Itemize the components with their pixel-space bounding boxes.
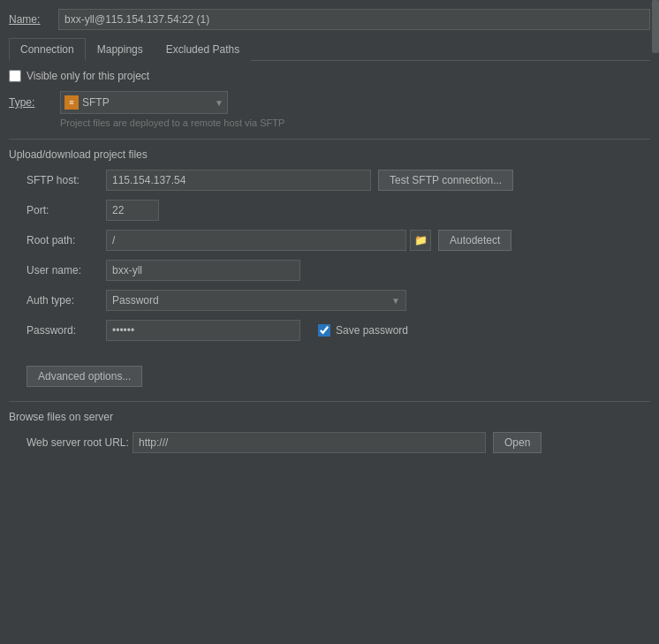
save-password-wrap: Save password [318, 324, 408, 337]
test-sftp-button[interactable]: Test SFTP connection... [378, 170, 513, 191]
advanced-options-button[interactable]: Advanced options... [27, 366, 142, 387]
port-label: Port: [27, 204, 106, 216]
root-path-input[interactable] [106, 230, 406, 251]
visible-only-checkbox[interactable] [9, 70, 21, 82]
auth-type-label: Auth type: [27, 294, 106, 307]
password-row: Password: Save password [9, 320, 650, 341]
username-label: User name: [27, 264, 106, 277]
username-row: User name: [9, 260, 650, 281]
type-row: Type: ≡ SFTP ▼ [9, 91, 650, 114]
scrollbar-thumb[interactable] [652, 0, 659, 53]
type-description: Project files are deployed to a remote h… [60, 117, 650, 128]
password-wrap: Save password [106, 320, 408, 341]
type-select[interactable]: ≡ SFTP ▼ [60, 91, 228, 114]
browse-section-title: Browse files on server [9, 411, 650, 423]
web-server-url-input[interactable] [133, 432, 486, 453]
tab-connection[interactable]: Connection [9, 38, 86, 61]
folder-icon: 📁 [414, 234, 428, 246]
upload-section-title: Upload/download project files [9, 148, 650, 161]
visible-only-row: Visible only for this project [9, 70, 650, 82]
auth-type-value: Password [112, 294, 388, 307]
port-input[interactable] [106, 200, 159, 221]
web-server-url-row: Web server root URL: Open [9, 432, 650, 453]
open-button[interactable]: Open [493, 432, 542, 453]
root-path-label: Root path: [27, 234, 106, 246]
save-password-label: Save password [336, 324, 408, 337]
type-dropdown-arrow: ▼ [215, 98, 223, 108]
root-path-row: Root path: 📁 Autodetect [9, 230, 650, 251]
password-label: Password: [27, 324, 106, 337]
advanced-options-row: Advanced options... [9, 366, 650, 387]
tab-mappings[interactable]: Mappings [86, 38, 155, 61]
name-row: Name: [9, 9, 650, 30]
visible-only-label: Visible only for this project [27, 70, 149, 82]
scrollbar-track [652, 0, 659, 644]
username-input[interactable] [106, 260, 300, 281]
upload-section: Upload/download project files SFTP host:… [9, 139, 650, 359]
sftp-host-input[interactable] [106, 170, 371, 191]
password-input[interactable] [106, 320, 300, 341]
tab-excluded-paths[interactable]: Excluded Paths [155, 38, 251, 61]
auth-type-row: Auth type: Password ▼ [9, 290, 650, 311]
root-path-wrap: 📁 [106, 230, 431, 251]
type-label: Type: [9, 96, 53, 109]
auth-type-dropdown-arrow: ▼ [391, 296, 400, 306]
browse-folder-button[interactable]: 📁 [410, 230, 431, 251]
sftp-host-row: SFTP host: Test SFTP connection... [9, 170, 650, 191]
name-label: Name: [9, 13, 53, 26]
save-password-checkbox[interactable] [318, 324, 330, 337]
web-server-url-label: Web server root URL: [27, 436, 133, 449]
sftp-host-label: SFTP host: [27, 174, 106, 186]
name-input[interactable] [58, 9, 650, 30]
autodetect-button[interactable]: Autodetect [438, 230, 511, 251]
tabs-bar: Connection Mappings Excluded Paths [9, 37, 650, 61]
deploy-dialog: Name: Connection Mappings Excluded Paths… [0, 0, 659, 644]
auth-type-select[interactable]: Password ▼ [106, 290, 406, 311]
type-value: SFTP [82, 96, 211, 109]
sftp-type-icon: ≡ [64, 95, 79, 110]
browse-section: Browse files on server Web server root U… [9, 401, 650, 453]
port-row: Port: [9, 200, 650, 221]
